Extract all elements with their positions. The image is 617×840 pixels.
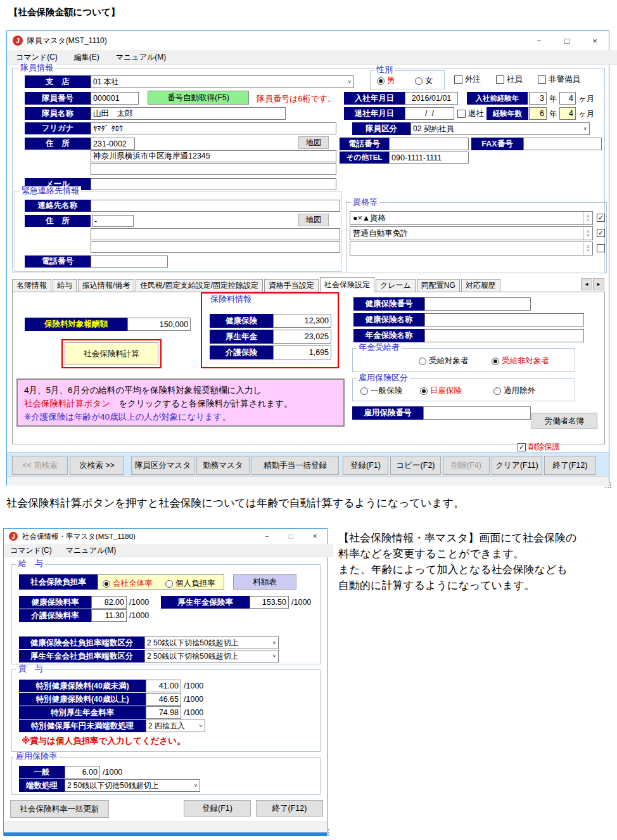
health-name-input[interactable] — [424, 313, 584, 326]
health-no-input[interactable] — [424, 297, 531, 311]
tab-transfer[interactable]: 振込情報/備考 — [78, 279, 134, 292]
tab-salary[interactable]: 給与 — [53, 279, 77, 292]
bulk-update-button[interactable]: 社会保険料率一括更新 — [10, 800, 109, 818]
emergency-address1-input[interactable] — [91, 228, 340, 240]
bonus-health-over40-input[interactable] — [146, 693, 181, 706]
round-pension-select[interactable]: 2 50銭以下切捨50銭超切上 ∨ — [144, 650, 279, 662]
member-name-input[interactable] — [91, 107, 286, 120]
copy-button[interactable]: コピー(F2) — [390, 456, 441, 475]
tab-tax[interactable]: 住民税/固定支給設定/固定控除設定 — [136, 279, 263, 292]
pension-target-radio[interactable]: 受給対象者 — [419, 356, 469, 366]
emergency-name-input[interactable] — [91, 200, 340, 212]
employ-daily-radio[interactable]: 日雇保険 — [420, 385, 462, 396]
auto-number-button[interactable]: 番号自動取得(F5) — [148, 91, 249, 105]
menu-manual[interactable]: マニュアル(M) — [116, 52, 166, 63]
address-line2-input[interactable] — [91, 163, 336, 175]
exp-months-field[interactable] — [559, 107, 576, 120]
qualification-row-1[interactable]: ●×▲資格 ∧ ∨ — [350, 211, 593, 225]
premium-target-input[interactable] — [127, 318, 191, 331]
pension-value[interactable] — [273, 330, 331, 344]
employ-no-input[interactable] — [423, 406, 531, 420]
menu-manual[interactable]: マニュアル(M) — [66, 545, 116, 556]
emergency-tel-input[interactable] — [91, 255, 168, 268]
mail-input[interactable] — [91, 178, 336, 190]
branch-select[interactable]: 01 本社 ∨ — [91, 75, 354, 88]
employ-exempt-radio[interactable]: 適用除外 — [493, 385, 535, 396]
pension-rate-input[interactable] — [250, 596, 289, 609]
clear-button[interactable]: クリア(F11) — [492, 456, 542, 475]
fax-input[interactable] — [523, 138, 602, 150]
worker-roster-button[interactable]: 労働者名簿 — [531, 413, 597, 429]
bonus-pension-input[interactable] — [146, 706, 181, 719]
menu-edit[interactable]: 編集(E) — [74, 52, 99, 63]
work-master-button[interactable]: 勤務マスタ — [196, 456, 250, 475]
burden-company-radio[interactable]: 会社全体率 — [103, 578, 153, 589]
delete-button[interactable]: 削除(F4) — [443, 456, 490, 475]
tab-same-placement-ng[interactable]: 同配置NG — [417, 279, 460, 292]
tab-claim[interactable]: クレーム — [376, 279, 416, 292]
fee-table-button[interactable]: 料額表 — [233, 574, 296, 590]
gender-female-radio[interactable]: 女 — [415, 75, 433, 86]
kana-input[interactable] — [91, 122, 336, 134]
close-icon[interactable]: × — [303, 529, 327, 544]
health-insurance-value[interactable] — [273, 314, 331, 328]
employment-round-select[interactable]: 2 50銭以下切捨50銭超切上 ∨ — [65, 779, 200, 792]
member-no-input[interactable] — [91, 92, 139, 105]
register-button[interactable]: 登録(F1) — [343, 456, 388, 475]
other-tel-input[interactable] — [389, 152, 469, 164]
pension-name-input[interactable] — [424, 329, 584, 342]
map-button[interactable]: 地図 — [298, 136, 329, 149]
tab-roster[interactable]: 名簿情報 — [12, 279, 51, 292]
address-line1-input[interactable] — [91, 150, 336, 162]
phone-input[interactable] — [389, 138, 469, 150]
health-rate-input[interactable] — [91, 596, 127, 609]
prev-search-button[interactable]: << 前検索 — [12, 456, 68, 475]
spinner[interactable]: ∧ ∨ — [583, 242, 592, 255]
qualification-checkbox-3[interactable] — [597, 244, 605, 252]
emergency-zip-input[interactable] — [92, 215, 134, 227]
pre-exp-years-input[interactable] — [529, 92, 547, 105]
social-insurance-calc-button[interactable]: 社会保険料計算 — [65, 342, 158, 365]
allowance-bulk-button[interactable]: 精勤手当一括登録 — [251, 456, 339, 475]
general-rate-input[interactable] — [65, 766, 100, 779]
retire-date-input[interactable] — [405, 107, 454, 120]
burden-personal-radio[interactable]: 個人負担率 — [165, 578, 215, 589]
maximize-icon[interactable]: □ — [553, 31, 581, 50]
qualification-checkbox-1[interactable]: ✓ — [597, 214, 605, 222]
close-icon[interactable]: × — [581, 31, 609, 50]
gender-male-radio[interactable]: 男 — [377, 75, 395, 86]
nonguard-checkbox[interactable]: 非警備員 — [538, 74, 580, 85]
employ-general-radio[interactable]: 一般保険 — [360, 385, 402, 396]
exit-button[interactable]: 終了(F12) — [256, 800, 323, 817]
class-select[interactable]: 02 契約社員 ∨ — [410, 122, 590, 135]
resize-grip[interactable] — [323, 829, 324, 830]
tab-response-history[interactable]: 対応履歴 — [461, 279, 500, 292]
tab-scroll-right-icon[interactable]: ► — [593, 278, 604, 290]
retire-checkbox[interactable]: 退社 — [457, 108, 484, 119]
pre-exp-months-input[interactable] — [559, 92, 576, 105]
minimize-icon[interactable]: − — [255, 529, 279, 544]
hire-date-input[interactable] — [405, 92, 458, 105]
minimize-icon[interactable]: − — [525, 31, 553, 50]
outsource-checkbox[interactable]: 外注 — [454, 74, 481, 85]
qualification-row-2[interactable]: 普通自動車免許 ∧ ∨ — [350, 226, 593, 240]
menu-command[interactable]: コマンド(C) — [16, 52, 58, 63]
bonus-health-under40-input[interactable] — [146, 680, 181, 692]
round-health-select[interactable]: 2 50銭以下切捨50銭超切上 ∨ — [144, 636, 279, 649]
pension-nontarget-radio[interactable]: 受給非対象者 — [492, 356, 549, 366]
register-button[interactable]: 登録(F1) — [184, 800, 251, 817]
emergency-map-button[interactable]: 地図 — [298, 214, 329, 226]
employee-checkbox[interactable]: 社員 — [496, 74, 523, 85]
next-search-button[interactable]: 次検索 >> — [70, 456, 124, 475]
menu-command[interactable]: コマンド(C) — [10, 545, 52, 556]
bonus-round-select[interactable]: 2 四捨五入 ∨ — [146, 720, 205, 732]
emergency-address2-input[interactable] — [91, 241, 340, 253]
care-rate-input[interactable] — [91, 609, 127, 622]
tab-qualification-allowance[interactable]: 資格手当設定 — [264, 279, 319, 292]
tab-social-insurance[interactable]: 社会保険設定 — [320, 277, 374, 292]
qualification-row-3[interactable]: ∧ ∨ — [350, 242, 593, 255]
care-insurance-value[interactable] — [273, 346, 331, 359]
exit-button[interactable]: 終了(F12) — [544, 456, 596, 475]
maximize-icon[interactable]: □ — [279, 529, 303, 544]
delete-protect-checkbox[interactable]: ✓ 削除保護 — [518, 442, 560, 453]
